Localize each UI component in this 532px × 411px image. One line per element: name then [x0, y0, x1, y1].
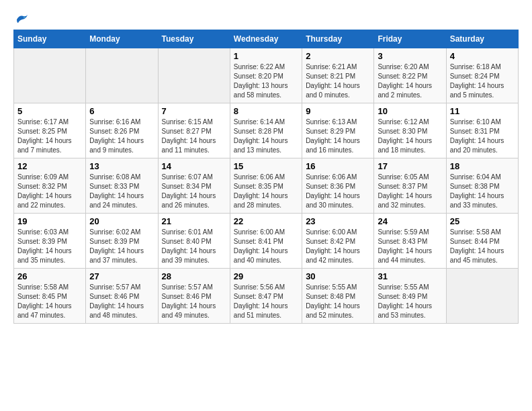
- day-info: Sunrise: 6:02 AM Sunset: 8:39 PM Dayligh…: [89, 228, 154, 265]
- day-number: 12: [17, 161, 82, 171]
- weekday-header-sunday: Sunday: [14, 30, 86, 48]
- calendar-cell: 30Sunrise: 5:55 AM Sunset: 8:48 PM Dayli…: [302, 269, 374, 324]
- day-info: Sunrise: 5:59 AM Sunset: 8:43 PM Dayligh…: [378, 228, 442, 265]
- calendar-cell: 17Sunrise: 6:05 AM Sunset: 8:37 PM Dayli…: [374, 158, 446, 214]
- calendar-cell: 20Sunrise: 6:02 AM Sunset: 8:39 PM Dayli…: [86, 214, 158, 269]
- day-info: Sunrise: 6:03 AM Sunset: 8:39 PM Dayligh…: [17, 228, 82, 265]
- day-info: Sunrise: 6:15 AM Sunset: 8:27 PM Dayligh…: [162, 118, 226, 155]
- calendar-week-5: 26Sunrise: 5:58 AM Sunset: 8:45 PM Dayli…: [14, 269, 519, 324]
- calendar-table: SundayMondayTuesdayWednesdayThursdayFrid…: [13, 30, 519, 324]
- day-info: Sunrise: 6:05 AM Sunset: 8:37 PM Dayligh…: [378, 173, 442, 210]
- day-number: 3: [378, 51, 442, 61]
- weekday-header-tuesday: Tuesday: [158, 30, 230, 48]
- day-info: Sunrise: 6:20 AM Sunset: 8:22 PM Dayligh…: [378, 62, 442, 100]
- calendar-cell: 31Sunrise: 5:55 AM Sunset: 8:49 PM Dayli…: [374, 269, 446, 324]
- day-info: Sunrise: 6:00 AM Sunset: 8:42 PM Dayligh…: [306, 228, 370, 265]
- day-number: 5: [17, 106, 82, 116]
- calendar-cell: 22Sunrise: 6:00 AM Sunset: 8:41 PM Dayli…: [230, 214, 302, 269]
- day-number: 16: [306, 161, 370, 171]
- day-number: 1: [234, 51, 298, 61]
- weekday-header-friday: Friday: [374, 30, 446, 48]
- day-info: Sunrise: 6:09 AM Sunset: 8:32 PM Dayligh…: [17, 173, 82, 210]
- day-info: Sunrise: 6:07 AM Sunset: 8:34 PM Dayligh…: [162, 173, 226, 210]
- day-number: 10: [378, 106, 442, 116]
- day-number: 9: [306, 106, 370, 116]
- calendar-cell: 8Sunrise: 6:14 AM Sunset: 8:28 PM Daylig…: [230, 103, 302, 158]
- calendar-cell: 9Sunrise: 6:13 AM Sunset: 8:29 PM Daylig…: [302, 103, 374, 158]
- calendar-cell: 26Sunrise: 5:58 AM Sunset: 8:45 PM Dayli…: [14, 269, 86, 324]
- logo-bird-icon: [14, 13, 29, 26]
- day-number: 29: [234, 271, 298, 281]
- day-info: Sunrise: 5:57 AM Sunset: 8:46 PM Dayligh…: [162, 283, 226, 320]
- day-number: 19: [17, 216, 82, 226]
- calendar-cell: 24Sunrise: 5:59 AM Sunset: 8:43 PM Dayli…: [374, 214, 446, 269]
- day-number: 14: [162, 161, 226, 171]
- calendar-cell: 23Sunrise: 6:00 AM Sunset: 8:42 PM Dayli…: [302, 214, 374, 269]
- calendar-cell: 2Sunrise: 6:21 AM Sunset: 8:21 PM Daylig…: [302, 48, 374, 103]
- day-info: Sunrise: 5:58 AM Sunset: 8:45 PM Dayligh…: [17, 283, 82, 320]
- calendar-cell: 10Sunrise: 6:12 AM Sunset: 8:30 PM Dayli…: [374, 103, 446, 158]
- calendar-cell: 12Sunrise: 6:09 AM Sunset: 8:32 PM Dayli…: [14, 158, 86, 214]
- day-info: Sunrise: 5:57 AM Sunset: 8:46 PM Dayligh…: [89, 283, 154, 320]
- calendar-week-3: 12Sunrise: 6:09 AM Sunset: 8:32 PM Dayli…: [14, 158, 519, 214]
- calendar-week-2: 5Sunrise: 6:17 AM Sunset: 8:25 PM Daylig…: [14, 103, 519, 158]
- weekday-header-thursday: Thursday: [302, 30, 374, 48]
- day-number: 17: [378, 161, 442, 171]
- calendar-cell: 15Sunrise: 6:06 AM Sunset: 8:35 PM Dayli…: [230, 158, 302, 214]
- day-info: Sunrise: 6:22 AM Sunset: 8:20 PM Dayligh…: [234, 62, 298, 100]
- day-info: Sunrise: 6:00 AM Sunset: 8:41 PM Dayligh…: [234, 228, 298, 265]
- day-number: 18: [450, 161, 515, 171]
- day-number: 21: [162, 216, 226, 226]
- page-header: [13, 13, 519, 23]
- weekday-header-monday: Monday: [86, 30, 158, 48]
- day-info: Sunrise: 6:08 AM Sunset: 8:33 PM Dayligh…: [89, 173, 154, 210]
- day-info: Sunrise: 5:58 AM Sunset: 8:44 PM Dayligh…: [450, 228, 515, 265]
- day-number: 25: [450, 216, 515, 226]
- day-info: Sunrise: 6:12 AM Sunset: 8:30 PM Dayligh…: [378, 118, 442, 155]
- calendar-cell: 5Sunrise: 6:17 AM Sunset: 8:25 PM Daylig…: [14, 103, 86, 158]
- day-number: 27: [89, 271, 154, 281]
- day-info: Sunrise: 6:13 AM Sunset: 8:29 PM Dayligh…: [306, 118, 370, 155]
- day-number: 8: [234, 106, 298, 116]
- calendar-cell: 29Sunrise: 5:56 AM Sunset: 8:47 PM Dayli…: [230, 269, 302, 324]
- day-info: Sunrise: 6:10 AM Sunset: 8:31 PM Dayligh…: [450, 118, 515, 155]
- calendar-cell: 21Sunrise: 6:01 AM Sunset: 8:40 PM Dayli…: [158, 214, 230, 269]
- day-info: Sunrise: 5:55 AM Sunset: 8:49 PM Dayligh…: [378, 283, 442, 320]
- day-info: Sunrise: 6:18 AM Sunset: 8:24 PM Dayligh…: [450, 62, 515, 100]
- calendar-cell: 13Sunrise: 6:08 AM Sunset: 8:33 PM Dayli…: [86, 158, 158, 214]
- day-number: 22: [234, 216, 298, 226]
- calendar-cell: 14Sunrise: 6:07 AM Sunset: 8:34 PM Dayli…: [158, 158, 230, 214]
- logo: [13, 13, 30, 23]
- calendar-cell: 1Sunrise: 6:22 AM Sunset: 8:20 PM Daylig…: [230, 48, 302, 103]
- day-info: Sunrise: 6:16 AM Sunset: 8:26 PM Dayligh…: [89, 118, 154, 155]
- calendar-cell: [158, 48, 230, 103]
- day-info: Sunrise: 6:06 AM Sunset: 8:36 PM Dayligh…: [306, 173, 370, 210]
- day-number: 15: [234, 161, 298, 171]
- day-number: 2: [306, 51, 370, 61]
- day-info: Sunrise: 6:01 AM Sunset: 8:40 PM Dayligh…: [162, 228, 226, 265]
- day-info: Sunrise: 6:06 AM Sunset: 8:35 PM Dayligh…: [234, 173, 298, 210]
- calendar-cell: 28Sunrise: 5:57 AM Sunset: 8:46 PM Dayli…: [158, 269, 230, 324]
- day-info: Sunrise: 6:17 AM Sunset: 8:25 PM Dayligh…: [17, 118, 82, 155]
- calendar-cell: 4Sunrise: 6:18 AM Sunset: 8:24 PM Daylig…: [446, 48, 518, 103]
- day-info: Sunrise: 6:14 AM Sunset: 8:28 PM Dayligh…: [234, 118, 298, 155]
- day-number: 7: [162, 106, 226, 116]
- calendar-week-1: 1Sunrise: 6:22 AM Sunset: 8:20 PM Daylig…: [14, 48, 519, 103]
- day-number: 20: [89, 216, 154, 226]
- calendar-cell: 18Sunrise: 6:04 AM Sunset: 8:38 PM Dayli…: [446, 158, 518, 214]
- day-number: 23: [306, 216, 370, 226]
- calendar-cell: 25Sunrise: 5:58 AM Sunset: 8:44 PM Dayli…: [446, 214, 518, 269]
- day-info: Sunrise: 6:04 AM Sunset: 8:38 PM Dayligh…: [450, 173, 515, 210]
- calendar-cell: [86, 48, 158, 103]
- weekday-header-wednesday: Wednesday: [230, 30, 302, 48]
- day-number: 28: [162, 271, 226, 281]
- weekday-header-row: SundayMondayTuesdayWednesdayThursdayFrid…: [14, 30, 519, 48]
- day-number: 13: [89, 161, 154, 171]
- weekday-header-saturday: Saturday: [446, 30, 518, 48]
- day-number: 11: [450, 106, 515, 116]
- day-info: Sunrise: 5:55 AM Sunset: 8:48 PM Dayligh…: [306, 283, 370, 320]
- day-number: 30: [306, 271, 370, 281]
- calendar-cell: 16Sunrise: 6:06 AM Sunset: 8:36 PM Dayli…: [302, 158, 374, 214]
- calendar-cell: 27Sunrise: 5:57 AM Sunset: 8:46 PM Dayli…: [86, 269, 158, 324]
- calendar-cell: 3Sunrise: 6:20 AM Sunset: 8:22 PM Daylig…: [374, 48, 446, 103]
